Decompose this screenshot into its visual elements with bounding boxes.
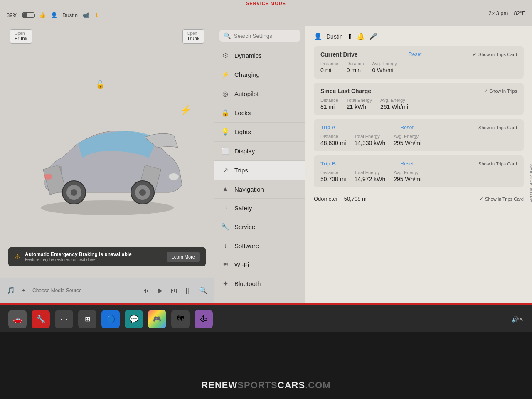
bell-icon[interactable]: 🔔: [357, 32, 365, 40]
current-drive-stats: Distance 0 mi Duration 0 min Avg. Energy…: [320, 61, 517, 74]
charging-nav-label: Charging: [234, 71, 260, 78]
mute-icon[interactable]: 🔊✕: [512, 316, 524, 323]
sidebar-item-autopilot[interactable]: ◎Autopilot: [214, 84, 305, 103]
learn-more-button[interactable]: Learn More: [167, 252, 200, 262]
charging-nav-icon: ⚡: [221, 71, 229, 79]
sidebar-item-dynamics[interactable]: ⚙Dynamics: [214, 46, 305, 65]
sidebar-item-software[interactable]: ↓Software: [214, 236, 305, 255]
nav-items: ⚙Dynamics⚡Charging◎Autopilot🔒Locks💡Light…: [214, 46, 305, 303]
odometer-label: Odometer : 50,708 mi: [314, 196, 368, 202]
sidebar-item-bluetooth[interactable]: ✦Bluetooth: [214, 274, 305, 293]
safety-nav-label: Safety: [234, 204, 252, 212]
taskbar-map-icon[interactable]: 🗺: [171, 310, 190, 328]
sidebar-item-wifi[interactable]: ≋Wi-Fi: [214, 255, 305, 274]
settings-user-name: Dustin: [326, 33, 343, 40]
svg-point-7: [71, 189, 77, 196]
trip-b-show-trips: Show in Trips Card: [478, 161, 517, 166]
media-source-label: Choose Media Source: [32, 288, 82, 293]
status-icon-thumb: 👍: [39, 12, 46, 18]
frunk-label[interactable]: Open Frunk: [10, 29, 32, 44]
upload-icon[interactable]: ⬆: [347, 32, 352, 40]
software-nav-icon: ↓: [221, 242, 229, 249]
trip-a-avg-energy-stat: Avg. Energy 295 Wh/mi: [394, 134, 421, 146]
status-icon-person: 👤: [51, 12, 57, 18]
sidebar-item-lights[interactable]: 💡Lights: [214, 123, 305, 142]
trip-a-card: Trip A Reset Show in Trips Card Distance…: [314, 119, 524, 151]
wifi-nav-icon: ≋: [221, 261, 229, 268]
service-mode-label: SERVICE MODE: [246, 1, 286, 6]
bluetooth-media-icon: ✦: [22, 288, 26, 293]
sidebar-item-display[interactable]: ⬜Display: [214, 142, 305, 161]
prev-button[interactable]: ⏮: [143, 287, 149, 294]
search-media-icon[interactable]: 🔍: [199, 286, 207, 294]
taskbar-grid-icon[interactable]: ⊞: [78, 310, 96, 328]
display-nav-label: Display: [234, 148, 255, 155]
slc-total-energy-stat: Total Energy 21 kWh: [347, 98, 372, 110]
since-last-charge-card: Since Last Charge ✓ Show in Trips Distan…: [314, 83, 524, 115]
svg-point-11: [169, 173, 179, 180]
sidebar-item-trips[interactable]: ↗Trips: [214, 161, 305, 180]
taskbar-extra-icon[interactable]: 🕹: [195, 310, 213, 328]
trips-nav-label: Trips: [234, 167, 248, 174]
since-last-charge-stats: Distance 81 mi Total Energy 21 kWh Avg. …: [320, 98, 517, 110]
locks-nav-label: Locks: [234, 109, 251, 116]
status-bar: 39% 👍 👤 Dustin 📹 ⬇: [7, 12, 99, 18]
search-icon: 🔍: [224, 32, 231, 39]
current-drive-reset[interactable]: Reset: [409, 52, 421, 57]
lights-nav-label: Lights: [234, 128, 251, 135]
battery-fill: [23, 13, 27, 17]
current-time: 2:43 pm: [488, 10, 508, 16]
taskbar-bluetooth-icon[interactable]: 🔵: [101, 310, 120, 328]
sidebar-item-safety[interactable]: ○Safety: [214, 199, 305, 217]
trip-b-avg-energy-stat: Avg. Energy 295 Wh/mi: [394, 170, 421, 182]
taskbar-more-icon[interactable]: ⋯: [55, 310, 73, 328]
equalizer-icon[interactable]: |||: [186, 287, 191, 294]
svg-point-12: [44, 174, 52, 180]
bluetooth-nav-icon: ✦: [221, 280, 229, 288]
status-icon-video: 📹: [83, 12, 89, 18]
sidebar-item-navigation[interactable]: ▲Navigation: [214, 180, 305, 199]
taskbar-right: 🔊✕: [512, 316, 524, 323]
sidebar-item-charging[interactable]: ⚡Charging: [214, 65, 305, 84]
autopilot-nav-icon: ◎: [221, 90, 229, 98]
since-last-charge-show: ✓ Show in Trips: [484, 88, 517, 94]
current-avg-energy-stat: Avg. Energy 0 Wh/mi: [372, 61, 397, 74]
lightning-icon: ⚡: [180, 105, 191, 116]
trip-b-reset[interactable]: Reset: [401, 161, 414, 167]
autopilot-nav-label: Autopilot: [234, 90, 259, 97]
sidebar-item-service[interactable]: 🔧Service: [214, 217, 305, 236]
trip-a-reset[interactable]: Reset: [401, 125, 414, 131]
taskbar-chat-icon[interactable]: 💬: [125, 310, 143, 328]
svg-point-10: [139, 189, 146, 196]
trunk-label[interactable]: Open Trunk: [182, 29, 204, 44]
battery-bar-icon: [22, 12, 34, 18]
slc-distance-stat: Distance 81 mi: [320, 98, 338, 110]
next-button[interactable]: ⏭: [171, 287, 177, 294]
settings-panel: 👤 Dustin ⬆ 🔔 🎤 Current Drive Reset ✓ Sho…: [305, 26, 532, 303]
play-button[interactable]: ▶: [158, 286, 163, 294]
sidebar-item-locks[interactable]: 🔒Locks: [214, 103, 305, 123]
search-input-wrap[interactable]: 🔍: [219, 30, 300, 42]
taskbar-party-icon[interactable]: 🎮: [148, 310, 166, 328]
display-nav-icon: ⬜: [221, 147, 229, 155]
main-content: SERVICE MODE Open Frunk Open Trunk 🔓: [0, 26, 532, 303]
taskbar-car-icon[interactable]: 🚗: [8, 310, 27, 328]
alert-text: Automatic Emergency Braking is unavailab…: [25, 251, 163, 262]
search-input[interactable]: [234, 33, 296, 39]
odometer-check-icon: ✓: [479, 196, 483, 202]
alert-subtitle: Feature may be restored on next drive: [25, 257, 163, 262]
dynamics-nav-icon: ⚙: [221, 52, 229, 59]
user-name: Dustin: [62, 12, 78, 18]
watermark-sports: SPORTS: [237, 380, 277, 390]
trip-a-total-energy-stat: Total Energy 14,330 kWh: [354, 134, 385, 146]
taskbar-tools-icon[interactable]: 🔧: [32, 310, 50, 328]
check-icon: ✓: [473, 52, 477, 57]
temperature: 82°F: [514, 10, 525, 16]
trip-a-show-trips: Show in Trips Card: [478, 125, 517, 130]
mic-icon[interactable]: 🎤: [369, 32, 377, 40]
lights-nav-icon: 💡: [221, 128, 229, 136]
bluetooth-nav-label: Bluetooth: [234, 280, 261, 287]
bottom-area: RENEWSPORTSCARS.COM: [0, 332, 532, 399]
slc-check-icon: ✓: [484, 88, 488, 94]
software-nav-label: Software: [234, 242, 259, 249]
